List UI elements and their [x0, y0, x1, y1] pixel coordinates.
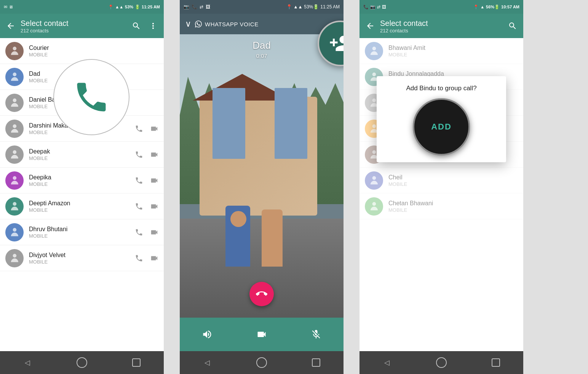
- contact-info-bhawani: Bhawani Amit MOBILE: [388, 45, 518, 58]
- left-panel: ✉ 🖥 📍 ▲▲ 53% 🔋 11:25 AM Select contact 2…: [0, 0, 164, 374]
- phone-action-deepti[interactable]: [135, 202, 143, 211]
- mute-button[interactable]: [305, 324, 327, 345]
- status-bar-right-right: 📍 ▲ 56%🔋 10:57 AM: [473, 5, 519, 10]
- call-photo-area: Dad 0:07: [180, 34, 344, 318]
- contact-info-courier: Courier MOBILE: [29, 45, 158, 58]
- contact-item-deepti[interactable]: Deepti Amazon MOBILE: [0, 193, 164, 219]
- contact-name-bhawani: Bhawani Amit: [388, 45, 518, 51]
- svg-point-15: [372, 202, 376, 206]
- nav-back-call[interactable]: ◁: [198, 355, 217, 370]
- call-top-bar: ∨ WHATSAPP VOICE: [180, 14, 344, 34]
- time-call: 11:25 AM: [320, 4, 340, 10]
- time-left: 11:25 AM: [142, 5, 160, 9]
- swap-icon-right: ⇄: [377, 5, 380, 10]
- call-status-right: 📍 ▲▲ 53%🔋 11:25 AM: [286, 4, 340, 10]
- phone-action-dhruv[interactable]: [135, 228, 143, 237]
- svg-point-14: [372, 176, 376, 180]
- contact-item-bhawani: Bhawani Amit MOBILE: [360, 38, 523, 64]
- toolbar-right: Select contact 212 contacts: [360, 14, 523, 38]
- add-button-label: ADD: [431, 122, 452, 132]
- video-action-deepak[interactable]: [150, 150, 158, 159]
- wifi-icon: ▲▲: [115, 5, 123, 9]
- img-icon-right: 🖼: [382, 5, 386, 9]
- contact-item-dhruv[interactable]: Dhruv Bhutani MOBILE: [0, 219, 164, 245]
- contact-item-divjyot[interactable]: Divjyot Velvet MOBILE: [0, 245, 164, 271]
- video-action-deepti[interactable]: [150, 202, 158, 211]
- call-duration: 0:07: [180, 53, 344, 59]
- avatar-cheil: [365, 171, 383, 190]
- contact-count-right: 212 contacts: [380, 28, 503, 34]
- avatar-darshini: [5, 120, 24, 138]
- svg-point-12: [372, 125, 376, 128]
- svg-point-5: [13, 176, 16, 180]
- nav-home-left[interactable]: [72, 355, 91, 370]
- contact-info-daniel: Daniel Bader MOBILE: [29, 96, 158, 109]
- phone-action-divjyot[interactable]: [135, 254, 143, 262]
- toolbar-title-block-left: Select contact 212 contacts: [21, 19, 126, 34]
- contact-info-chetan: Chetan Bhawani MOBILE: [388, 200, 518, 213]
- nav-home-right[interactable]: [432, 355, 451, 370]
- nav-back-left[interactable]: ◁: [18, 355, 37, 370]
- nav-square-left[interactable]: [127, 355, 146, 370]
- bottom-nav-right: ◁: [360, 351, 523, 374]
- contact-info-cheil: Cheil MOBILE: [388, 174, 518, 187]
- video-action-darshini[interactable]: [150, 125, 158, 133]
- nav-home-call[interactable]: [252, 355, 271, 370]
- nav-square-call[interactable]: [307, 355, 326, 370]
- video-action-deepika[interactable]: [150, 176, 158, 185]
- search-button-right[interactable]: [506, 19, 519, 33]
- back-button-left[interactable]: [4, 19, 18, 33]
- contact-name-chetan: Chetan Bhawani: [388, 200, 518, 207]
- instagram-right: 📷: [370, 5, 375, 10]
- contact-type-dhruv: MOBILE: [29, 233, 129, 239]
- time-right: 10:57 AM: [501, 5, 519, 9]
- svg-point-2: [13, 99, 16, 102]
- contact-item-courier[interactable]: Courier MOBILE: [0, 38, 164, 64]
- contact-type-courier: MOBILE: [29, 52, 158, 58]
- contact-list-left: Courier MOBILE Dad MOBILE Daniel Bader M…: [0, 38, 164, 351]
- call-background-photo: [180, 34, 344, 318]
- contact-actions-deepika: [135, 176, 158, 185]
- call-status-icons-left: 📷 📞 ⇄ 🖼: [184, 4, 210, 10]
- contact-item-deepak[interactable]: Deepak MOBILE: [0, 142, 164, 168]
- video-button[interactable]: [251, 324, 272, 345]
- phone-action-deepika[interactable]: [135, 176, 143, 185]
- phone-action-deepak[interactable]: [135, 150, 143, 159]
- battery-icon: 🔋: [135, 5, 140, 10]
- nav-back-right[interactable]: ◁: [377, 355, 396, 370]
- contact-actions-deepak: [135, 150, 158, 159]
- add-to-call-dialog: Add Bindu to group call? ADD: [377, 76, 506, 162]
- select-contact-title-right: Select contact: [380, 19, 503, 28]
- end-call-button[interactable]: [249, 282, 274, 306]
- contact-type-darshini: MOBILE: [29, 129, 129, 135]
- add-to-call-button[interactable]: ADD: [413, 98, 470, 155]
- instagram-icon: 📷: [184, 4, 189, 10]
- more-button-left[interactable]: [146, 19, 160, 33]
- location-icon: 📍: [108, 5, 113, 10]
- video-action-divjyot[interactable]: [150, 254, 158, 262]
- contact-name-deepika: Deepika: [29, 174, 129, 181]
- avatar-deepti: [5, 197, 24, 216]
- status-bar-right: 📞 📷 ⇄ 🖼 📍 ▲ 56%🔋 10:57 AM: [360, 0, 523, 14]
- contact-actions-divjyot: [135, 254, 158, 262]
- contact-item-cheil: Cheil MOBILE: [360, 168, 523, 193]
- contact-info-dad: Dad MOBILE: [29, 70, 158, 83]
- nav-square-right[interactable]: [486, 355, 505, 370]
- contact-item-daniel[interactable]: Daniel Bader MOBILE: [0, 90, 164, 116]
- envelope-icon: ✉: [4, 5, 7, 10]
- svg-point-8: [13, 254, 16, 258]
- bottom-nav-call: ◁: [180, 351, 344, 374]
- phone-action-darshini[interactable]: [135, 125, 143, 133]
- bottom-nav-left: ◁: [0, 351, 164, 374]
- search-button-left[interactable]: [129, 19, 143, 33]
- status-bar-call: 📷 📞 ⇄ 🖼 📍 ▲▲ 53%🔋 11:25 AM: [180, 0, 344, 14]
- contact-item-deepika[interactable]: Deepika MOBILE: [0, 168, 164, 193]
- video-action-dhruv[interactable]: [150, 228, 158, 237]
- contact-item-dad[interactable]: Dad MOBILE: [0, 64, 164, 90]
- back-button-right[interactable]: [363, 19, 377, 33]
- speaker-button[interactable]: [197, 324, 218, 345]
- collapse-icon[interactable]: ∨: [185, 19, 191, 29]
- contact-item-chetan: Chetan Bhawani MOBILE: [360, 193, 523, 219]
- contact-item-darshini[interactable]: Darshini Makadia MOBILE: [0, 116, 164, 142]
- image-icon: 🖼: [206, 4, 210, 10]
